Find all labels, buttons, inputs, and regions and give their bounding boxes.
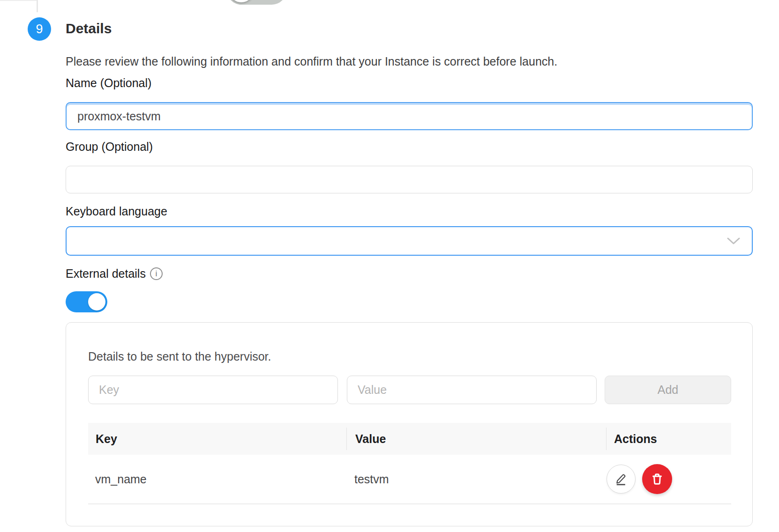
group-input[interactable]	[66, 166, 753, 193]
external-details-toggle[interactable]	[66, 291, 107, 312]
column-divider	[346, 428, 347, 450]
header-actions: Actions	[606, 432, 731, 446]
row-key-cell: vm_name	[88, 473, 346, 486]
name-input[interactable]	[66, 102, 753, 130]
row-value-cell: testvm	[346, 473, 606, 486]
edit-button[interactable]	[607, 465, 636, 494]
key-input[interactable]	[88, 376, 338, 404]
hypervisor-details-panel: Details to be sent to the hypervisor. Ad…	[66, 322, 753, 526]
toggle-knob	[88, 293, 105, 310]
instance-launch-review-page: 9 Details Please review the following in…	[0, 0, 779, 532]
step-number-badge: 9	[28, 17, 51, 41]
previous-step-toggle[interactable]	[226, 0, 287, 5]
header-value: Value	[346, 432, 606, 446]
delete-button[interactable]	[642, 464, 672, 494]
column-divider	[606, 428, 607, 450]
keyboard-language-label: Keyboard language	[66, 205, 167, 218]
header-key: Key	[88, 432, 346, 446]
trash-icon	[650, 471, 665, 488]
table-row: vm_name testvm	[88, 455, 731, 503]
name-field-label: Name (Optional)	[66, 76, 151, 90]
row-divider	[88, 503, 731, 504]
value-input[interactable]	[347, 376, 597, 404]
info-icon[interactable]: i	[150, 267, 163, 280]
external-details-label: External details	[66, 267, 146, 281]
external-details-label-row: External details i	[66, 267, 163, 281]
toggle-knob	[229, 0, 254, 2]
group-field-label: Group (Optional)	[66, 140, 153, 154]
review-intro-text: Please review the following information …	[66, 55, 557, 68]
chevron-down-icon	[727, 237, 741, 247]
pencil-icon	[614, 471, 629, 488]
details-table-header: Key Value Actions	[88, 423, 731, 455]
add-button[interactable]: Add	[605, 376, 731, 404]
step-title: Details	[66, 21, 112, 37]
card-edge-line	[0, 0, 37, 1]
hypervisor-description: Details to be sent to the hypervisor.	[88, 350, 271, 363]
keyboard-language-select[interactable]	[66, 226, 753, 256]
row-actions-cell	[606, 464, 731, 494]
stepper-connector-line	[37, 0, 38, 12]
